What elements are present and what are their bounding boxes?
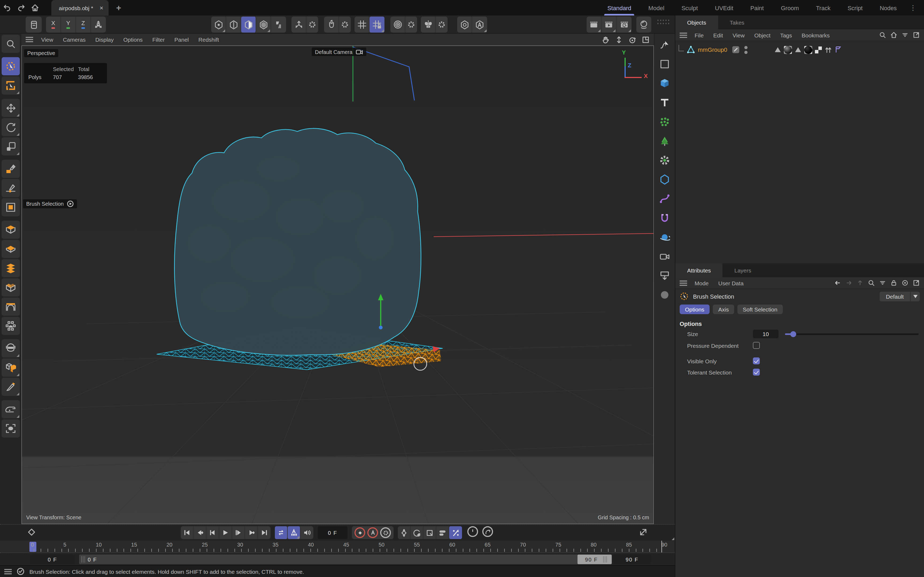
- workspace-tab[interactable]: Paint: [742, 0, 772, 16]
- keyframe-diamond-icon[interactable]: [27, 527, 36, 537]
- attributes-menu-item[interactable]: User Data: [714, 280, 748, 286]
- next-key-button[interactable]: [245, 526, 258, 539]
- rectangle-selection-tool-button[interactable]: [2, 76, 20, 95]
- double-arrow-up-icon[interactable]: [825, 46, 832, 53]
- modeling-settings-button[interactable]: [405, 16, 417, 32]
- extrude-tool-button[interactable]: [2, 221, 20, 239]
- forward-arrow-icon[interactable]: [845, 279, 852, 286]
- range-end-field[interactable]: 90 F: [613, 554, 651, 564]
- preset-default-button[interactable]: Default: [879, 292, 910, 301]
- viewport-menu-item[interactable]: Panel: [170, 36, 194, 43]
- preset-dropdown-button[interactable]: [910, 292, 920, 301]
- solo-single-button[interactable]: [482, 526, 493, 537]
- layout-button[interactable]: [26, 16, 42, 32]
- search-icon[interactable]: [868, 279, 875, 286]
- range-left-grip[interactable]: [81, 556, 86, 562]
- hierarchy-triangle-icon[interactable]: [774, 47, 781, 53]
- play-button[interactable]: [219, 526, 232, 539]
- workspace-tab[interactable]: Standard: [599, 0, 640, 16]
- panel-layout-icon[interactable]: [642, 35, 650, 44]
- visibility-toggles[interactable]: [744, 46, 748, 54]
- bevel-tool-button[interactable]: [2, 278, 20, 297]
- filter-icon[interactable]: [879, 279, 886, 286]
- next-frame-button[interactable]: [232, 526, 245, 539]
- range-start-field[interactable]: 0 F: [30, 554, 75, 564]
- key-parameter-button[interactable]: [436, 526, 449, 539]
- cage-deform-tool-button[interactable]: [2, 317, 20, 335]
- deformer-button[interactable]: [657, 210, 673, 226]
- status-menu-icon[interactable]: [4, 569, 12, 574]
- track-focus-icon[interactable]: [901, 279, 908, 286]
- autokey-button[interactable]: [367, 527, 378, 538]
- tool-section-tab[interactable]: Axis: [713, 305, 734, 314]
- grid-button[interactable]: [355, 16, 370, 32]
- home-button[interactable]: [28, 0, 42, 16]
- objects-menu-item[interactable]: Bookmarks: [797, 32, 834, 38]
- tool-section-tab[interactable]: Soft Selection: [737, 305, 783, 314]
- new-tab-button[interactable]: +: [116, 3, 121, 13]
- quantize-button[interactable]: [370, 16, 384, 32]
- attributes-panel-tab[interactable]: Layers: [723, 263, 763, 277]
- workplane-settings-button[interactable]: [306, 16, 318, 32]
- render-settings-button[interactable]: [617, 16, 632, 32]
- object-name[interactable]: mmGroup0: [698, 47, 727, 53]
- document-tab[interactable]: airpodsb.obj * ×: [51, 0, 108, 16]
- edit-toggle-icon[interactable]: [732, 46, 740, 53]
- polygons-mode-button[interactable]: [241, 16, 256, 32]
- home-icon[interactable]: [890, 32, 897, 39]
- size-slider-knob[interactable]: [790, 331, 796, 337]
- close-tab-icon[interactable]: ×: [99, 4, 103, 11]
- workspace-tab[interactable]: Track: [808, 0, 839, 16]
- workspace-tab[interactable]: UVEdit: [706, 0, 742, 16]
- subdivide-tool-button[interactable]: [2, 339, 20, 358]
- axis-y-button[interactable]: Y: [61, 16, 76, 32]
- workspace-tab[interactable]: Nodes: [871, 0, 905, 16]
- record-button[interactable]: [355, 527, 365, 538]
- panel-drag-handle[interactable]: [657, 19, 670, 25]
- viewport-menu-icon[interactable]: [26, 37, 33, 42]
- workspace-tab[interactable]: Model: [640, 0, 673, 16]
- render-picture-viewer-button[interactable]: [602, 16, 617, 32]
- tool-section-tab[interactable]: Options: [680, 305, 709, 314]
- key-scale-button[interactable]: [423, 526, 436, 539]
- coordinate-system-button[interactable]: [91, 16, 106, 32]
- timeline-expand-icon[interactable]: [638, 527, 648, 537]
- spline-pen-tool-button[interactable]: [2, 179, 20, 197]
- texture-mode-button[interactable]: [271, 16, 286, 32]
- objects-menu-item[interactable]: Tags: [776, 32, 796, 38]
- filter-icon[interactable]: [901, 32, 908, 39]
- pan-hand-icon[interactable]: [602, 35, 610, 44]
- material-thumbnail-dark[interactable]: [804, 46, 812, 54]
- viewport-menu-item[interactable]: Filter: [148, 36, 170, 43]
- camera-object-button[interactable]: [657, 248, 673, 264]
- default-camera-hud[interactable]: Default Camera: [312, 48, 366, 56]
- move-tool-button[interactable]: [2, 99, 20, 117]
- generator-settings-button[interactable]: [657, 152, 673, 168]
- objects-menu-item[interactable]: Object: [750, 32, 775, 38]
- dolly-icon[interactable]: [615, 35, 623, 44]
- attributes-menu-icon[interactable]: [680, 280, 687, 285]
- knife-tool-button[interactable]: [2, 378, 20, 396]
- preview-range-bar[interactable]: 0 F 90 F: [79, 554, 612, 564]
- up-arrow-icon[interactable]: [857, 279, 864, 286]
- viewport-menu-item[interactable]: Redshift: [194, 36, 224, 43]
- objects-menu-item[interactable]: File: [690, 32, 708, 38]
- iron-tool-button[interactable]: [2, 400, 20, 418]
- solo-off-button[interactable]: [467, 526, 478, 537]
- object-row[interactable]: mmGroup0: [675, 44, 924, 55]
- attributes-panel-tab[interactable]: Attributes: [675, 263, 723, 277]
- external-window-icon[interactable]: [913, 279, 920, 286]
- search-icon[interactable]: [879, 32, 886, 39]
- model-mode-button[interactable]: [256, 16, 271, 32]
- objects-menu-item[interactable]: View: [728, 32, 749, 38]
- brush-selection-tool-button[interactable]: [2, 57, 20, 75]
- sky-object-button[interactable]: [657, 171, 673, 187]
- pressure-dependent-checkbox[interactable]: [753, 342, 760, 349]
- viewport-canvas[interactable]: Perspective SelectedTotal Polys70739856 …: [21, 45, 654, 524]
- make-editable-button[interactable]: [2, 198, 20, 216]
- sound-button[interactable]: [300, 526, 313, 539]
- workplane-button[interactable]: [291, 16, 306, 32]
- viewport-menu-item[interactable]: Options: [118, 36, 147, 43]
- lock-icon[interactable]: [890, 279, 897, 286]
- key-rotation-button[interactable]: [411, 526, 423, 539]
